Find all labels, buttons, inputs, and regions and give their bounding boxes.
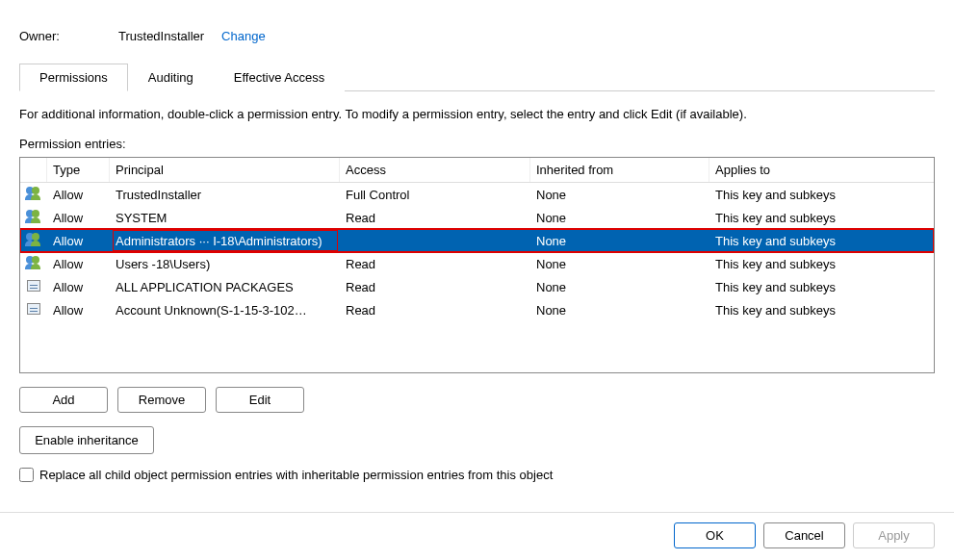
owner-value: TrustedInstaller — [118, 29, 204, 43]
tabs: Permissions Auditing Effective Access — [19, 63, 935, 91]
cell-principal: Administrators ··· I-18\Administrators) — [110, 231, 340, 251]
cell-principal: TrustedInstaller — [110, 185, 340, 205]
edit-button[interactable]: Edit — [216, 387, 304, 413]
cell-type: Allow — [47, 231, 110, 251]
replace-checkbox-row: Replace all child object permission entr… — [19, 468, 935, 482]
cell-inherited: None — [530, 185, 709, 205]
col-icon-header — [20, 158, 47, 182]
cell-access — [340, 238, 530, 243]
ok-button[interactable]: OK — [674, 522, 756, 548]
cell-type: Allow — [47, 254, 110, 274]
cell-principal: SYSTEM — [110, 208, 340, 228]
cell-access: Read — [340, 208, 530, 228]
tab-permissions[interactable]: Permissions — [19, 64, 128, 91]
owner-row: Owner: TrustedInstaller Change — [19, 29, 935, 43]
table-row[interactable]: AllowTrustedInstallerFull ControlNoneThi… — [20, 183, 934, 206]
cell-access: Read — [340, 300, 530, 320]
col-access-header[interactable]: Access — [340, 158, 530, 182]
bottom-bar: OK Cancel Apply — [0, 512, 954, 560]
users-icon — [20, 185, 47, 205]
tab-auditing[interactable]: Auditing — [128, 64, 214, 91]
apply-button: Apply — [853, 522, 935, 548]
table-row[interactable]: AllowALL APPLICATION PACKAGESReadNoneThi… — [20, 275, 934, 298]
table-header: Type Principal Access Inherited from App… — [20, 158, 934, 183]
entries-label: Permission entries: — [19, 137, 935, 151]
change-owner-link[interactable]: Change — [221, 29, 266, 43]
action-buttons: Add Remove Edit — [19, 387, 935, 413]
cell-principal: Users -18\Users) — [110, 254, 340, 274]
table-row[interactable]: AllowSYSTEMReadNoneThis key and subkeys — [20, 206, 934, 229]
cell-applies: This key and subkeys — [709, 254, 934, 274]
replace-checkbox[interactable] — [19, 468, 34, 482]
owner-label: Owner: — [19, 29, 111, 43]
cell-applies: This key and subkeys — [709, 231, 934, 251]
users-icon — [20, 231, 47, 251]
package-icon — [20, 278, 47, 296]
cell-inherited: None — [530, 231, 709, 251]
permission-entries-table: Type Principal Access Inherited from App… — [19, 157, 935, 373]
cell-principal: Account Unknown(S-1-15-3-102… — [110, 300, 340, 320]
col-principal-header[interactable]: Principal — [110, 158, 340, 182]
col-inherited-header[interactable]: Inherited from — [530, 158, 709, 182]
cell-applies: This key and subkeys — [709, 185, 934, 205]
cell-access: Read — [340, 254, 530, 274]
cell-inherited: None — [530, 300, 709, 320]
package-icon — [20, 301, 47, 319]
cell-applies: This key and subkeys — [709, 208, 934, 228]
cell-access: Full Control — [340, 185, 530, 205]
cell-type: Allow — [47, 185, 110, 205]
info-text: For additional information, double-click… — [19, 107, 935, 121]
cancel-button[interactable]: Cancel — [763, 522, 845, 548]
table-row[interactable]: AllowAccount Unknown(S-1-15-3-102…ReadNo… — [20, 298, 934, 321]
users-icon — [20, 208, 47, 228]
users-icon — [20, 254, 47, 274]
cell-inherited: None — [530, 254, 709, 274]
col-applies-header[interactable]: Applies to — [709, 158, 934, 182]
enable-inheritance-button[interactable]: Enable inheritance — [19, 426, 154, 454]
remove-button[interactable]: Remove — [117, 387, 206, 413]
table-row[interactable]: AllowAdministrators ··· I-18\Administrat… — [20, 229, 934, 252]
tab-effective-access[interactable]: Effective Access — [214, 64, 345, 91]
cell-applies: This key and subkeys — [709, 277, 934, 297]
add-button[interactable]: Add — [19, 387, 108, 413]
cell-inherited: None — [530, 277, 709, 297]
col-type-header[interactable]: Type — [47, 158, 110, 182]
cell-type: Allow — [47, 300, 110, 320]
table-body: AllowTrustedInstallerFull ControlNoneThi… — [20, 183, 934, 321]
replace-checkbox-label[interactable]: Replace all child object permission entr… — [39, 468, 553, 482]
cell-type: Allow — [47, 208, 110, 228]
cell-type: Allow — [47, 277, 110, 297]
cell-access: Read — [340, 277, 530, 297]
cell-inherited: None — [530, 208, 709, 228]
cell-principal: ALL APPLICATION PACKAGES — [110, 277, 340, 297]
table-row[interactable]: AllowUsers -18\Users)ReadNoneThis key an… — [20, 252, 934, 275]
cell-applies: This key and subkeys — [709, 300, 934, 320]
